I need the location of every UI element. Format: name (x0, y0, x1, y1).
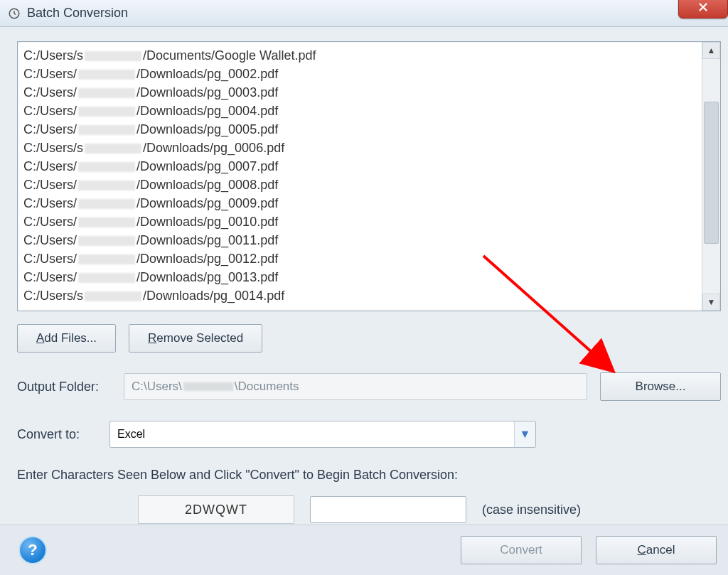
scroll-track[interactable] (702, 59, 720, 294)
redacted-text (78, 254, 135, 264)
convert-to-value: Excel (117, 428, 145, 441)
captcha-instruction: Enter Characters Seen Below and Click "C… (17, 468, 721, 483)
cancel-button[interactable]: Cancel (596, 536, 717, 564)
file-list-item[interactable]: C:/Users//Downloads/pg_0010.pdf (23, 213, 696, 231)
redacted-text (78, 125, 135, 135)
scroll-down-button[interactable]: ▼ (702, 294, 720, 311)
file-list-item[interactable]: C:/Users//Downloads/pg_0011.pdf (23, 231, 696, 249)
close-button[interactable] (678, 0, 728, 18)
app-icon (7, 6, 21, 21)
captcha-code: 2DWQWT (138, 495, 294, 524)
file-list-item[interactable]: C:/Users//Downloads/pg_0003.pdf (23, 83, 696, 102)
file-list-item[interactable]: C:/Users//Downloads/pg_0005.pdf (23, 120, 696, 139)
captcha-input[interactable] (310, 496, 466, 523)
add-files-button[interactable]: Add Files... (17, 324, 116, 353)
scroll-up-button[interactable]: ▲ (702, 42, 720, 59)
remove-selected-button[interactable]: Remove Selected (129, 324, 262, 353)
file-list[interactable]: C:/Users/s/Documents/Google Wallet.pdfC:… (17, 41, 721, 311)
file-list-item[interactable]: C:/Users//Downloads/pg_0008.pdf (23, 176, 696, 194)
convert-button[interactable]: Convert (461, 536, 582, 564)
help-icon[interactable]: ? (20, 537, 46, 563)
file-list-item[interactable]: C:/Users//Downloads/pg_0002.pdf (23, 65, 696, 83)
redacted-text (78, 236, 135, 246)
redacted-text (78, 70, 135, 80)
file-list-item[interactable]: C:/Users//Downloads/pg_0013.pdf (23, 268, 696, 286)
vertical-scrollbar[interactable]: ▲ ▼ (702, 42, 720, 311)
batch-conversion-dialog: Batch Conversion C:/Users/s/Documents/Go… (0, 0, 728, 575)
scroll-thumb[interactable] (704, 102, 719, 244)
redacted-text (78, 88, 135, 98)
file-list-item[interactable]: C:/Users//Downloads/pg_0009.pdf (23, 194, 696, 213)
chevron-down-icon[interactable]: ▼ (514, 421, 535, 447)
file-list-item[interactable]: C:/Users//Downloads/pg_0004.pdf (23, 102, 696, 120)
redacted-text (78, 217, 135, 227)
redacted-text (78, 181, 135, 190)
file-list-item[interactable]: C:/Users/s/Downloads/pg_0006.pdf (23, 139, 696, 157)
window-title: Batch Conversion (27, 6, 128, 21)
file-list-item[interactable]: C:/Users/s/Downloads/pg_0014.pdf (23, 286, 696, 305)
redacted-text (183, 382, 233, 391)
redacted-text (78, 162, 135, 172)
captcha-note: (case insensitive) (482, 503, 581, 517)
redacted-text (85, 291, 141, 301)
file-list-item[interactable]: C:/Users//Downloads/pg_0007.pdf (23, 157, 696, 176)
output-folder-label: Output Folder: (17, 380, 124, 394)
dialog-footer: ? Convert Cancel (0, 525, 728, 575)
output-folder-field: C:\Users\\Documents (124, 373, 587, 400)
convert-to-label: Convert to: (17, 427, 109, 442)
redacted-text (85, 144, 141, 154)
redacted-text (85, 51, 141, 61)
titlebar: Batch Conversion (0, 0, 728, 27)
redacted-text (78, 199, 135, 209)
browse-button[interactable]: Browse... (600, 372, 721, 401)
file-list-item[interactable]: C:/Users/s/Documents/Google Wallet.pdf (23, 46, 696, 65)
redacted-text (78, 107, 135, 117)
file-list-item[interactable]: C:/Users//Downloads/pg_0012.pdf (23, 249, 696, 268)
convert-to-select[interactable]: Excel ▼ (109, 421, 536, 448)
redacted-text (78, 273, 135, 283)
